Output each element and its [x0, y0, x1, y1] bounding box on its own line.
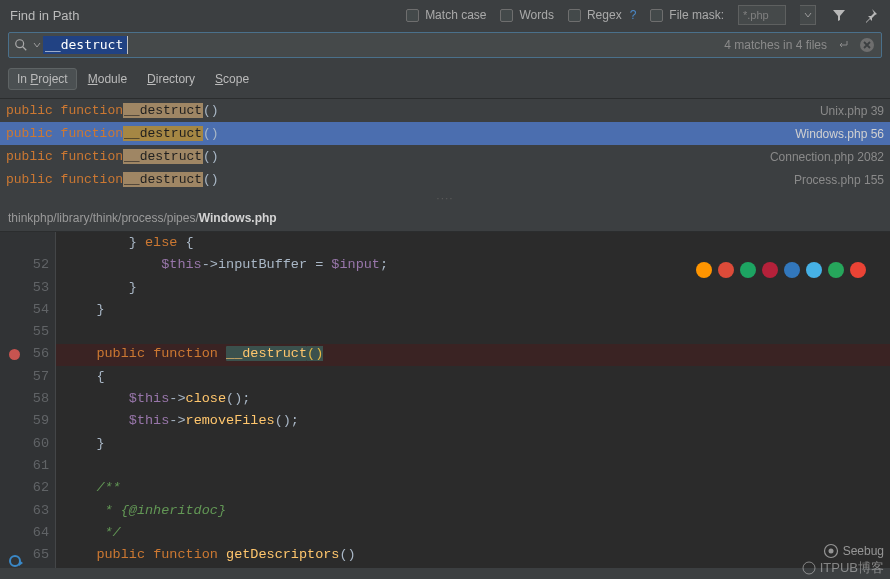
regex-help-icon[interactable]: ?: [630, 8, 637, 22]
line-number: 61: [30, 455, 49, 477]
scope-tabs: In ProjectModuleDirectoryScope: [0, 64, 890, 99]
match-case-checkbox[interactable]: Match case: [406, 8, 486, 22]
svg-point-0: [16, 40, 24, 48]
line-number: 62: [30, 477, 49, 499]
result-row[interactable]: public function __destruct()Windows.php …: [0, 122, 890, 145]
scope-tab[interactable]: Scope: [206, 68, 258, 90]
result-row[interactable]: public function __destruct()Connection.p…: [0, 145, 890, 168]
filemask-checkbox[interactable]: File mask:: [650, 8, 724, 22]
browser-icon[interactable]: [784, 262, 800, 278]
scope-tab[interactable]: Module: [79, 68, 136, 90]
line-number: 65: [30, 544, 49, 566]
result-row[interactable]: public function __destruct()Process.php …: [0, 168, 890, 191]
line-number: 56: [30, 343, 49, 365]
search-history-dropdown[interactable]: [33, 41, 43, 49]
pin-icon[interactable]: [862, 6, 880, 24]
filemask-input[interactable]: *.php: [738, 5, 786, 25]
code-line: $this->removeFiles();: [64, 410, 890, 432]
chevron-down-icon: [804, 11, 812, 19]
browser-icon[interactable]: [718, 262, 734, 278]
override-icon[interactable]: [9, 555, 21, 567]
checkbox-icon: [406, 9, 419, 22]
clear-search-icon[interactable]: [859, 37, 875, 53]
code-line: * {@inheritdoc}: [64, 500, 890, 522]
line-number-gutter: 5253545556575859606162636465: [30, 232, 56, 568]
regex-checkbox[interactable]: Regex ?: [568, 8, 636, 22]
code-line: }: [64, 299, 890, 321]
line-number: 64: [30, 522, 49, 544]
breakpoint-icon[interactable]: [9, 349, 20, 360]
checkbox-icon: [500, 9, 513, 22]
browser-icon[interactable]: [740, 262, 756, 278]
line-number: 57: [30, 366, 49, 388]
scope-tab[interactable]: In Project: [8, 68, 77, 90]
code-line: $this->close();: [64, 388, 890, 410]
code-area[interactable]: } else { $this->inputBuffer = $input; } …: [56, 232, 890, 568]
preview-path: thinkphp/library/think/process/pipes/Win…: [0, 205, 890, 232]
results-list: public function __destruct()Unix.php 39p…: [0, 99, 890, 191]
line-number: 54: [30, 299, 49, 321]
filemask-label: File mask:: [669, 8, 724, 22]
line-number: 59: [30, 410, 49, 432]
code-line: */: [64, 522, 890, 544]
preview-dir: thinkphp/library/think/process/pipes/: [8, 211, 199, 225]
words-checkbox[interactable]: Words: [500, 8, 553, 22]
scope-tab[interactable]: Directory: [138, 68, 204, 90]
line-number: 55: [30, 321, 49, 343]
match-case-label: Match case: [425, 8, 486, 22]
filter-icon[interactable]: [830, 6, 848, 24]
code-line: public function getDescriptors(): [64, 544, 890, 566]
line-number: 58: [30, 388, 49, 410]
title-bar: Find in Path Match case Words Regex ? Fi…: [0, 0, 890, 30]
code-line: [64, 455, 890, 477]
result-row[interactable]: public function __destruct()Unix.php 39: [0, 99, 890, 122]
line-number: 63: [30, 500, 49, 522]
regex-label: Regex: [587, 8, 622, 22]
browser-icon[interactable]: [850, 262, 866, 278]
window-title: Find in Path: [10, 8, 79, 23]
line-number: 52: [30, 254, 49, 276]
split-handle[interactable]: ····: [0, 191, 890, 205]
browser-icons-toolbar: [694, 260, 868, 280]
chevron-down-icon: [33, 41, 41, 49]
code-line: [64, 321, 890, 343]
words-label: Words: [519, 8, 553, 22]
code-line: public function __destruct(): [64, 343, 890, 365]
match-count: 4 matches in 4 files: [724, 37, 881, 53]
line-number: 53: [30, 277, 49, 299]
search-icon: [9, 38, 33, 52]
code-line: }: [64, 433, 890, 455]
code-line: {: [64, 366, 890, 388]
enter-icon: [837, 40, 849, 50]
browser-icon[interactable]: [696, 262, 712, 278]
filemask-dropdown[interactable]: [800, 5, 816, 25]
code-line: } else {: [64, 232, 890, 254]
code-preview: 5253545556575859606162636465 } else { $t…: [0, 232, 890, 568]
browser-icon[interactable]: [828, 262, 844, 278]
preview-file: Windows.php: [199, 211, 277, 225]
search-field[interactable]: __destruct 4 matches in 4 files: [8, 32, 882, 58]
checkbox-icon: [650, 9, 663, 22]
line-number: [30, 232, 49, 254]
line-number: 60: [30, 433, 49, 455]
code-line: /**: [64, 477, 890, 499]
checkbox-icon: [568, 9, 581, 22]
browser-icon[interactable]: [806, 262, 822, 278]
breakpoint-gutter[interactable]: [0, 232, 30, 568]
search-input-text: __destruct: [43, 36, 128, 54]
browser-icon[interactable]: [762, 262, 778, 278]
